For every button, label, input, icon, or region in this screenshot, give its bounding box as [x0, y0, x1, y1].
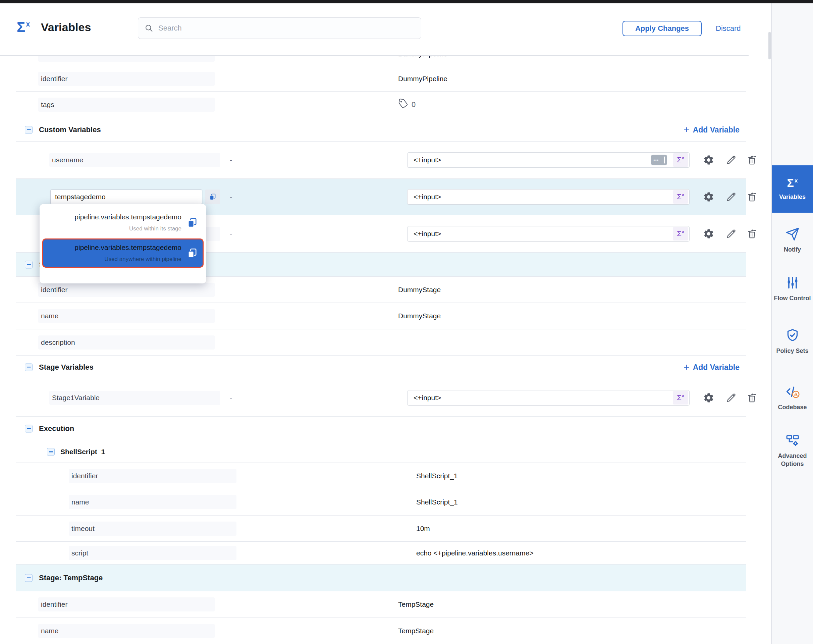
expression-sigma-icon[interactable]: Σx — [673, 153, 688, 167]
variable-settings-button[interactable] — [703, 228, 715, 239]
window-top-bar — [0, 0, 813, 3]
field-label-pill: identifier — [38, 283, 215, 297]
right-sidebar: Σx Variables Notify Flow Control Policy … — [772, 3, 813, 644]
collapse-toggle-icon[interactable] — [47, 448, 55, 456]
field-label-pill — [38, 56, 215, 62]
copy-option-pipeline-scope[interactable]: pipeline.variables.tempstagedemo Used an… — [42, 238, 204, 268]
variables-panel: DummyPipelineidentifierDummyPipelinetags… — [0, 56, 771, 644]
variable-name: username — [52, 156, 83, 164]
apply-changes-button[interactable]: Apply Changes — [623, 21, 702, 36]
field-label: name — [71, 498, 89, 506]
field-value: DummyStage — [398, 312, 441, 320]
field-label: identifier — [71, 472, 98, 480]
field-label-pill: timeout — [69, 521, 236, 536]
sidebar-item-label: Advanced Options — [772, 452, 813, 468]
field-row: identifierShellScript_1 — [16, 463, 746, 489]
variable-name-pill: Stage1Variable — [49, 391, 220, 405]
sidebar-item-policy-sets[interactable]: Policy Sets — [772, 328, 813, 355]
variable-settings-button[interactable] — [703, 392, 715, 403]
variable-settings-button[interactable] — [703, 191, 715, 202]
variable-value-input[interactable]: <+input>Σx — [407, 189, 690, 205]
variable-name: Stage1Variable — [52, 394, 100, 402]
value-options-icon[interactable] — [651, 155, 667, 166]
variable-value-input[interactable]: <+input>Σx — [407, 226, 690, 241]
expression-sigma-icon[interactable]: Σx — [673, 227, 688, 241]
copy-option-path: pipeline.variables.tempstagedemo — [50, 244, 181, 251]
copy-option-stage-scope[interactable]: pipeline.variables.tempstagedemo Used wi… — [42, 208, 204, 237]
collapse-toggle-icon[interactable] — [25, 425, 32, 433]
field-row: description — [16, 330, 746, 356]
field-label: identifier — [41, 600, 67, 609]
search-box[interactable] — [138, 17, 421, 39]
copy-icon[interactable] — [186, 247, 198, 259]
section-title: Execution — [39, 424, 74, 433]
sidebar-item-advanced-options[interactable]: Advanced Options — [772, 433, 813, 468]
variable-delete-button[interactable] — [746, 392, 758, 403]
variable-edit-button[interactable] — [726, 228, 737, 239]
variable-value-text: <+input> — [414, 394, 441, 402]
field-row: nameDummyStage — [16, 303, 746, 330]
copy-option-scope: Used anywhere within pipeline — [50, 256, 181, 263]
field-label-pill: identifier — [38, 72, 215, 86]
page-title: Variables — [41, 21, 91, 34]
section-header-row: Stage Variables+Add Variable — [16, 356, 746, 379]
plus-icon: + — [684, 126, 690, 134]
clipped-row: DummyPipeline — [16, 56, 746, 66]
collapse-toggle-icon[interactable] — [25, 574, 32, 582]
field-row: identifierTempStage — [16, 591, 746, 618]
copy-option-text: pipeline.variables.tempstagedemo Used an… — [50, 244, 181, 263]
copy-icon[interactable] — [186, 217, 198, 229]
collapse-toggle-icon[interactable] — [25, 261, 32, 268]
variable-value-input[interactable]: <+input>Σx — [407, 390, 690, 406]
field-label-pill: identifier — [69, 469, 236, 483]
field-value: 10m — [416, 524, 430, 533]
step-title: ShellScript_1 — [60, 448, 105, 456]
field-row: nameTempStage — [16, 618, 746, 644]
tag-icon — [398, 99, 408, 111]
variables-logo-icon: Σx — [17, 20, 30, 34]
variable-delete-button[interactable] — [746, 228, 758, 239]
tags-value: 0 — [398, 99, 416, 111]
add-variable-button[interactable]: +Add Variable — [681, 125, 742, 135]
expression-sigma-icon[interactable]: Σx — [673, 391, 688, 405]
sidebar-item-notify[interactable]: Notify — [772, 227, 813, 254]
sigma-x-icon: Σx — [787, 177, 798, 189]
field-label: name — [41, 312, 59, 320]
sidebar-item-variables[interactable]: Σx Variables — [772, 166, 813, 213]
sidebar-item-label: Flow Control — [772, 294, 813, 302]
scrollbar-thumb[interactable] — [769, 32, 771, 59]
variable-edit-button[interactable] — [726, 191, 737, 202]
section-header-row: Execution — [16, 417, 746, 441]
collapse-toggle-icon[interactable] — [25, 126, 32, 133]
field-value: TempStage — [398, 600, 434, 609]
section-header-row: Stage: TempStage — [16, 564, 746, 591]
discard-button[interactable]: Discard — [714, 23, 743, 34]
collapse-toggle-icon[interactable] — [25, 363, 32, 371]
variable-row: Stage1Variable-<+input>Σx — [16, 379, 746, 417]
field-value: DummyStage — [398, 286, 441, 294]
variable-value-input[interactable]: <+input>Σx — [407, 152, 690, 168]
variable-name-input[interactable]: tempstagedemo — [50, 190, 202, 204]
variable-edit-button[interactable] — [726, 392, 737, 403]
field-label-pill: name — [38, 309, 215, 323]
sidebar-item-codebase[interactable]: Codebase — [772, 384, 813, 412]
flowchart-gear-icon — [785, 433, 800, 448]
variable-edit-button[interactable] — [726, 154, 737, 166]
variable-delete-button[interactable] — [746, 154, 758, 166]
step-header-row: ShellScript_1 — [16, 441, 746, 463]
expression-sigma-icon[interactable]: Σx — [673, 190, 688, 204]
variables-page: Σx Variables Apply Changes Discard Dummy… — [0, 0, 813, 644]
add-variable-button[interactable]: +Add Variable — [681, 362, 742, 372]
header: Σx Variables Apply Changes Discard — [0, 3, 771, 56]
field-row: timeout10m — [16, 515, 746, 542]
plus-icon: + — [684, 363, 690, 371]
variable-scope-copy-menu: pipeline.variables.tempstagedemo Used wi… — [40, 204, 206, 284]
search-input[interactable] — [158, 23, 421, 33]
variable-delete-button[interactable] — [746, 191, 758, 202]
variable-value-text: <+input> — [414, 156, 441, 164]
sidebar-item-flow-control[interactable]: Flow Control — [772, 275, 813, 302]
field-value: DummyPipeline — [398, 75, 448, 83]
variable-settings-button[interactable] — [703, 154, 715, 166]
copy-variable-path-button[interactable] — [205, 190, 220, 204]
field-label-pill: script — [69, 546, 236, 560]
